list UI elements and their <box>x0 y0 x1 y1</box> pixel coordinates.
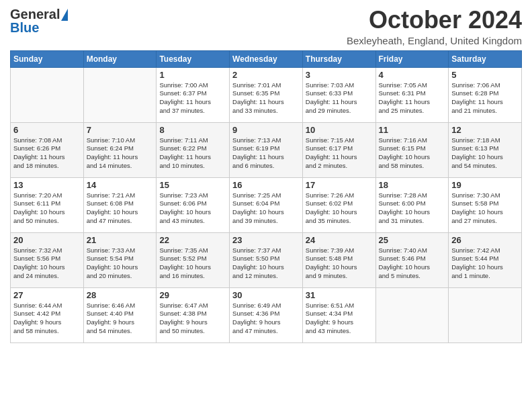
calendar-cell: 27Sunrise: 6:44 AM Sunset: 4:42 PM Dayli… <box>11 287 84 342</box>
day-info: Sunrise: 7:03 AM Sunset: 6:33 PM Dayligh… <box>306 81 373 116</box>
day-number: 19 <box>451 180 519 190</box>
calendar-cell <box>449 287 522 342</box>
day-info: Sunrise: 6:47 AM Sunset: 4:38 PM Dayligh… <box>159 302 226 336</box>
day-number: 25 <box>379 235 446 245</box>
day-number: 10 <box>306 125 373 135</box>
calendar-cell: 12Sunrise: 7:18 AM Sunset: 6:13 PM Dayli… <box>449 122 522 177</box>
logo: General Blue <box>10 7 68 36</box>
day-info: Sunrise: 6:49 AM Sunset: 4:36 PM Dayligh… <box>232 302 300 336</box>
day-number: 18 <box>379 180 446 190</box>
calendar-cell: 7Sunrise: 7:10 AM Sunset: 6:24 PM Daylig… <box>83 122 157 177</box>
day-number: 20 <box>13 235 81 245</box>
day-info: Sunrise: 7:25 AM Sunset: 6:04 PM Dayligh… <box>232 191 300 226</box>
day-info: Sunrise: 6:44 AM Sunset: 4:42 PM Dayligh… <box>13 302 81 336</box>
month-title: October 2024 <box>347 7 522 34</box>
day-info: Sunrise: 7:05 AM Sunset: 6:31 PM Dayligh… <box>379 81 446 116</box>
calendar-week-4: 20Sunrise: 7:32 AM Sunset: 5:56 PM Dayli… <box>11 232 522 287</box>
day-number: 11 <box>379 125 446 135</box>
calendar-cell: 26Sunrise: 7:42 AM Sunset: 5:44 PM Dayli… <box>449 232 522 287</box>
weekday-header-saturday: Saturday <box>449 50 522 67</box>
day-info: Sunrise: 7:11 AM Sunset: 6:22 PM Dayligh… <box>159 136 226 171</box>
calendar-cell: 3Sunrise: 7:03 AM Sunset: 6:33 PM Daylig… <box>302 67 375 122</box>
day-number: 30 <box>232 290 300 300</box>
calendar-cell: 11Sunrise: 7:16 AM Sunset: 6:15 PM Dayli… <box>375 122 449 177</box>
weekday-header-row: SundayMondayTuesdayWednesdayThursdayFrid… <box>11 50 522 67</box>
calendar-cell: 18Sunrise: 7:28 AM Sunset: 6:00 PM Dayli… <box>375 177 449 232</box>
day-number: 9 <box>232 125 300 135</box>
calendar-cell: 19Sunrise: 7:30 AM Sunset: 5:58 PM Dayli… <box>449 177 522 232</box>
day-info: Sunrise: 7:30 AM Sunset: 5:58 PM Dayligh… <box>451 191 519 226</box>
weekday-header-sunday: Sunday <box>11 50 84 67</box>
day-number: 26 <box>451 235 519 245</box>
day-info: Sunrise: 7:06 AM Sunset: 6:28 PM Dayligh… <box>451 81 519 116</box>
day-info: Sunrise: 7:26 AM Sunset: 6:02 PM Dayligh… <box>306 191 373 226</box>
day-number: 21 <box>87 235 154 245</box>
weekday-header-wednesday: Wednesday <box>230 50 303 67</box>
day-info: Sunrise: 7:13 AM Sunset: 6:19 PM Dayligh… <box>232 136 300 171</box>
calendar-week-2: 6Sunrise: 7:08 AM Sunset: 6:26 PM Daylig… <box>11 122 522 177</box>
day-number: 13 <box>13 180 81 190</box>
calendar-cell <box>11 67 84 122</box>
day-number: 22 <box>159 235 226 245</box>
day-info: Sunrise: 7:01 AM Sunset: 6:35 PM Dayligh… <box>232 81 300 116</box>
day-number: 1 <box>159 70 226 80</box>
day-info: Sunrise: 7:00 AM Sunset: 6:37 PM Dayligh… <box>159 81 226 116</box>
day-info: Sunrise: 7:35 AM Sunset: 5:52 PM Dayligh… <box>159 246 226 281</box>
day-number: 7 <box>87 125 154 135</box>
calendar-cell: 16Sunrise: 7:25 AM Sunset: 6:04 PM Dayli… <box>230 177 303 232</box>
calendar: SundayMondayTuesdayWednesdayThursdayFrid… <box>10 50 522 343</box>
header: General Blue October 2024 Bexleyheath, E… <box>10 7 522 46</box>
weekday-header-thursday: Thursday <box>302 50 375 67</box>
day-number: 31 <box>306 290 373 300</box>
calendar-cell: 31Sunrise: 6:51 AM Sunset: 4:34 PM Dayli… <box>302 287 375 342</box>
calendar-cell: 29Sunrise: 6:47 AM Sunset: 4:38 PM Dayli… <box>157 287 230 342</box>
calendar-cell: 9Sunrise: 7:13 AM Sunset: 6:19 PM Daylig… <box>230 122 303 177</box>
calendar-week-3: 13Sunrise: 7:20 AM Sunset: 6:11 PM Dayli… <box>11 177 522 232</box>
day-number: 3 <box>306 70 373 80</box>
day-number: 23 <box>232 235 300 245</box>
calendar-cell: 24Sunrise: 7:39 AM Sunset: 5:48 PM Dayli… <box>302 232 375 287</box>
calendar-cell: 10Sunrise: 7:15 AM Sunset: 6:17 PM Dayli… <box>302 122 375 177</box>
calendar-cell: 2Sunrise: 7:01 AM Sunset: 6:35 PM Daylig… <box>230 67 303 122</box>
calendar-cell: 21Sunrise: 7:33 AM Sunset: 5:54 PM Dayli… <box>83 232 157 287</box>
day-number: 2 <box>232 70 300 80</box>
weekday-header-friday: Friday <box>375 50 449 67</box>
day-info: Sunrise: 7:08 AM Sunset: 6:26 PM Dayligh… <box>13 136 81 171</box>
location: Bexleyheath, England, United Kingdom <box>347 35 522 46</box>
day-number: 17 <box>306 180 373 190</box>
day-info: Sunrise: 7:42 AM Sunset: 5:44 PM Dayligh… <box>451 246 519 281</box>
weekday-header-tuesday: Tuesday <box>157 50 230 67</box>
day-number: 8 <box>159 125 226 135</box>
day-number: 28 <box>87 290 154 300</box>
calendar-cell: 15Sunrise: 7:23 AM Sunset: 6:06 PM Dayli… <box>157 177 230 232</box>
day-number: 24 <box>306 235 373 245</box>
day-number: 29 <box>159 290 226 300</box>
calendar-week-5: 27Sunrise: 6:44 AM Sunset: 4:42 PM Dayli… <box>11 287 522 342</box>
calendar-cell: 6Sunrise: 7:08 AM Sunset: 6:26 PM Daylig… <box>11 122 84 177</box>
day-number: 16 <box>232 180 300 190</box>
day-info: Sunrise: 7:20 AM Sunset: 6:11 PM Dayligh… <box>13 191 81 226</box>
day-info: Sunrise: 7:32 AM Sunset: 5:56 PM Dayligh… <box>13 246 81 281</box>
day-info: Sunrise: 7:37 AM Sunset: 5:50 PM Dayligh… <box>232 246 300 281</box>
calendar-cell: 23Sunrise: 7:37 AM Sunset: 5:50 PM Dayli… <box>230 232 303 287</box>
day-number: 5 <box>451 70 519 80</box>
day-info: Sunrise: 7:33 AM Sunset: 5:54 PM Dayligh… <box>87 246 154 281</box>
calendar-cell: 20Sunrise: 7:32 AM Sunset: 5:56 PM Dayli… <box>11 232 84 287</box>
day-info: Sunrise: 6:46 AM Sunset: 4:40 PM Dayligh… <box>87 302 154 336</box>
calendar-cell: 30Sunrise: 6:49 AM Sunset: 4:36 PM Dayli… <box>230 287 303 342</box>
calendar-cell: 5Sunrise: 7:06 AM Sunset: 6:28 PM Daylig… <box>449 67 522 122</box>
page: General Blue October 2024 Bexleyheath, E… <box>0 0 532 411</box>
day-number: 4 <box>379 70 446 80</box>
day-info: Sunrise: 7:40 AM Sunset: 5:46 PM Dayligh… <box>379 246 446 281</box>
day-number: 12 <box>451 125 519 135</box>
logo-blue: Blue <box>10 20 39 36</box>
day-info: Sunrise: 7:21 AM Sunset: 6:08 PM Dayligh… <box>87 191 154 226</box>
calendar-cell: 13Sunrise: 7:20 AM Sunset: 6:11 PM Dayli… <box>11 177 84 232</box>
logo-icon <box>61 9 68 21</box>
calendar-cell: 1Sunrise: 7:00 AM Sunset: 6:37 PM Daylig… <box>157 67 230 122</box>
calendar-cell: 22Sunrise: 7:35 AM Sunset: 5:52 PM Dayli… <box>157 232 230 287</box>
day-info: Sunrise: 7:16 AM Sunset: 6:15 PM Dayligh… <box>379 136 446 171</box>
title-block: October 2024 Bexleyheath, England, Unite… <box>347 7 522 46</box>
day-info: Sunrise: 7:28 AM Sunset: 6:00 PM Dayligh… <box>379 191 446 226</box>
day-number: 6 <box>13 125 81 135</box>
